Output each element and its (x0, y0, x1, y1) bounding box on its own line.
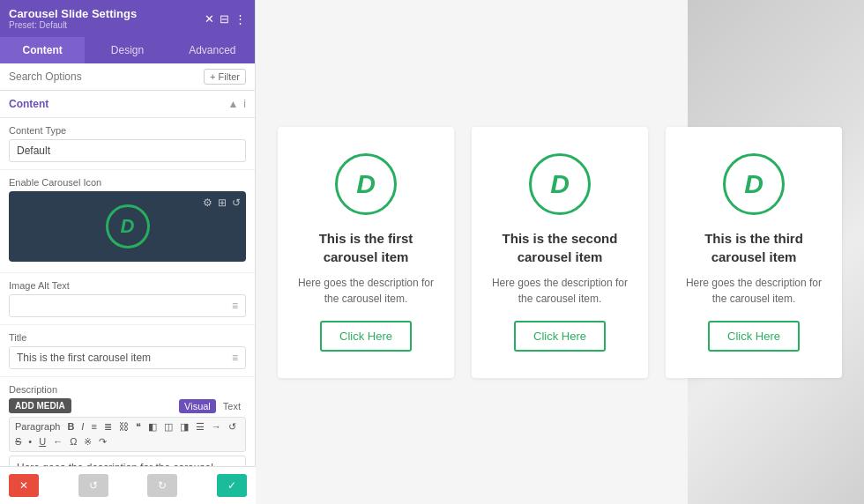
carousel-icon-2: D (723, 153, 785, 215)
paragraph-select[interactable]: Paragraph (12, 420, 63, 434)
carousel-desc-0: Here goes the description for the carous… (295, 275, 436, 307)
tab-design[interactable]: Design (85, 37, 169, 63)
visual-tab[interactable]: Visual (179, 399, 216, 413)
carousel-button-1[interactable]: Click Here (514, 321, 606, 352)
indent-icon[interactable]: → (209, 420, 224, 434)
underline-icon[interactable]: U (36, 435, 48, 448)
section-title: Content (9, 98, 48, 110)
section-info-icon[interactable]: i (243, 98, 246, 110)
carousel-title-2: This is the third carousel item (683, 229, 824, 266)
link-icon[interactable]: ⛓ (116, 420, 131, 434)
panel-header-icons: ✕ ⊟ ⋮ (205, 12, 246, 26)
ol-icon[interactable]: ≣ (101, 420, 115, 434)
align-right-icon[interactable]: ◨ (177, 420, 191, 434)
preview-panel: D This is the first carousel item Here g… (256, 0, 864, 504)
carousel-title-1: This is the second carousel item (489, 229, 630, 266)
outdent-icon[interactable]: ← (50, 435, 65, 448)
section-controls: ▲ i (227, 98, 246, 110)
carousel-icon-1: D (529, 153, 591, 215)
image-alt-label: Image Alt Text (9, 280, 246, 291)
panel-footer: ✕ ↺ ↻ ✓ (0, 466, 256, 504)
carousel-button-2[interactable]: Click Here (708, 321, 800, 352)
italic-icon[interactable]: I (78, 420, 86, 434)
text-tab[interactable]: Text (218, 399, 246, 413)
bold-icon[interactable]: B (64, 420, 77, 434)
minimize-icon[interactable]: ⊟ (220, 12, 229, 26)
panel-header: Carousel Slide Settings Preset: Default … (0, 0, 255, 37)
undo-button[interactable]: ↺ (78, 474, 108, 497)
tab-advanced[interactable]: Advanced (170, 37, 255, 63)
search-input[interactable] (9, 70, 198, 83)
description-label: Description (9, 384, 246, 395)
image-alt-input-wrapper: ≡ (9, 294, 246, 317)
cancel-button[interactable]: ✕ (9, 474, 39, 497)
image-alt-field: Image Alt Text ≡ (0, 273, 255, 325)
editor-toolbar: Paragraph B I ≡ ≣ ⛓ ❝ ◧ ◫ ◨ ☰ → ↺ S • U … (9, 417, 246, 452)
panel-body: Content ▲ i Content Type Default Enable … (0, 91, 255, 504)
carousel-button-0[interactable]: Click Here (320, 321, 412, 352)
align-left-icon[interactable]: ◧ (145, 420, 160, 434)
carousel-letter-0: D (356, 169, 376, 199)
settings-panel: Carousel Slide Settings Preset: Default … (0, 0, 256, 504)
icon-preview-box: ⚙ ⊞ ↺ D (9, 191, 246, 262)
enable-icon-label: Enable Carousel Icon (9, 177, 246, 188)
content-type-select[interactable]: Default (9, 139, 246, 162)
content-type-label: Content Type (9, 125, 246, 136)
content-section-header: Content ▲ i (0, 91, 255, 118)
panel-preset: Preset: Default (9, 20, 137, 30)
align-center-icon[interactable]: ◫ (161, 420, 175, 434)
carousel-letter-1: D (550, 169, 570, 199)
divi-logo-preview: D (106, 204, 150, 248)
panel-tabs: Content Design Advanced (0, 37, 255, 63)
panel-title: Carousel Slide Settings (9, 7, 137, 20)
title-input-wrapper: ≡ (9, 346, 246, 369)
title-input-icon[interactable]: ≡ (225, 352, 245, 364)
carousel-icon-0: D (335, 153, 397, 215)
more-icon[interactable]: ⋮ (235, 12, 246, 26)
content-type-field: Content Type Default (0, 118, 255, 170)
desc-toolbar: ADD MEDIA Visual Text (9, 398, 246, 413)
carousel-item: D This is the second carousel item Here … (472, 127, 648, 378)
blockquote-icon[interactable]: ❝ (133, 420, 144, 434)
grid-icon[interactable]: ⊞ (218, 196, 227, 209)
search-bar: + Filter (0, 63, 255, 91)
save-button[interactable]: ✓ (217, 474, 247, 497)
refresh-icon[interactable]: ↺ (232, 196, 241, 209)
ul-icon[interactable]: ≡ (88, 420, 99, 434)
image-alt-input[interactable] (10, 295, 225, 316)
icon-preview-controls: ⚙ ⊞ ↺ (203, 196, 241, 209)
title-input[interactable] (10, 347, 225, 368)
redo-toolbar-icon[interactable]: ↷ (96, 435, 109, 448)
input-settings-icon[interactable]: ≡ (225, 300, 245, 312)
carousel-letter-2: D (744, 169, 763, 199)
carousel-item: D This is the third carousel item Here g… (666, 127, 842, 378)
carousel-desc-1: Here goes the description for the carous… (489, 275, 630, 307)
carousel-desc-2: Here goes the description for the carous… (683, 275, 824, 307)
carousel-item: D This is the first carousel item Here g… (278, 127, 454, 378)
special-icon[interactable]: ※ (81, 435, 94, 448)
close-icon[interactable]: ✕ (205, 12, 214, 26)
undo-toolbar-icon[interactable]: ↺ (226, 420, 239, 434)
title-field: Title ≡ (0, 325, 255, 377)
align-justify-icon[interactable]: ☰ (193, 420, 207, 434)
settings-icon[interactable]: ⚙ (203, 196, 212, 209)
tab-content[interactable]: Content (0, 37, 85, 63)
collapse-icon[interactable]: ▲ (227, 98, 238, 110)
title-label: Title (9, 332, 246, 343)
panel-header-info: Carousel Slide Settings Preset: Default (9, 7, 137, 30)
bullet-icon[interactable]: • (26, 435, 34, 448)
divi-letter: D (121, 215, 135, 238)
strikethrough-icon[interactable]: S (12, 435, 24, 448)
carousel-container: D This is the first carousel item Here g… (256, 92, 864, 413)
visual-text-tabs: Visual Text (179, 399, 246, 413)
filter-button[interactable]: + Filter (204, 69, 246, 85)
add-media-button[interactable]: ADD MEDIA (9, 398, 71, 413)
enable-icon-field: Enable Carousel Icon ⚙ ⊞ ↺ D (0, 170, 255, 273)
omega-icon[interactable]: Ω (67, 435, 79, 448)
carousel-title-0: This is the first carousel item (295, 229, 436, 266)
redo-button[interactable]: ↻ (147, 474, 177, 497)
